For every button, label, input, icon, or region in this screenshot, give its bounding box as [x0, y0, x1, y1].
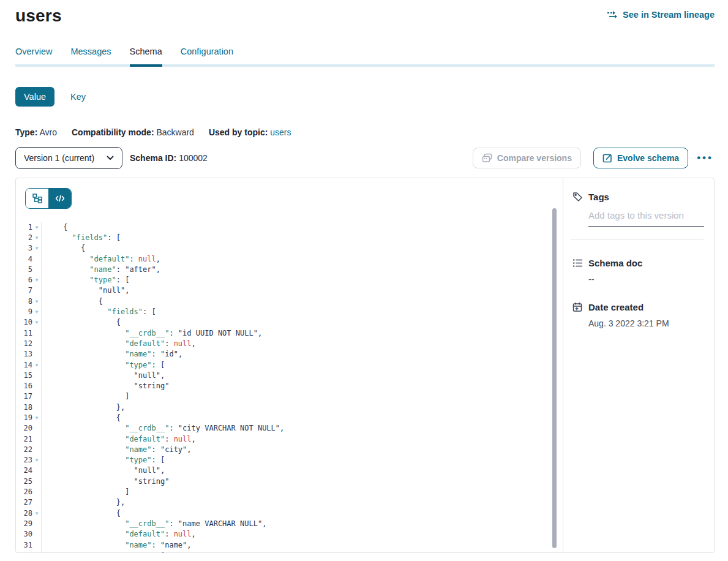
code-line-text: "name": "after",	[42, 265, 160, 274]
fold-arrow-icon[interactable]: ▾	[32, 245, 41, 251]
fold-arrow-icon[interactable]: ▾	[32, 510, 41, 516]
tab-overview[interactable]: Overview	[15, 47, 52, 64]
code-line: 25 "string"	[16, 476, 563, 486]
fold-arrow-icon[interactable]: ▾	[32, 224, 41, 230]
schema-page: users See in Stream lineage Overview Mes…	[0, 0, 728, 561]
code-line: 26 ]	[16, 486, 563, 497]
line-number: 31	[17, 541, 32, 549]
line-gutter: 11	[16, 328, 42, 338]
fold-arrow-icon[interactable]: ▾	[32, 362, 41, 368]
add-tags-input[interactable]	[588, 210, 704, 227]
tab-configuration[interactable]: Configuration	[181, 47, 233, 64]
date-created-value: Aug. 3 2022 3:21 PM	[588, 318, 704, 328]
line-gutter: 19▾	[16, 412, 42, 423]
code-line: 24 "null",	[16, 465, 563, 476]
code-line-text: {	[42, 509, 121, 518]
code-line: 29 "__crdb__": "name VARCHAR NULL",	[16, 518, 563, 529]
code-line: 30 "default": null,	[16, 529, 563, 540]
line-number: 1	[17, 223, 32, 232]
code-view-button[interactable]	[48, 189, 71, 208]
code-line-text: "fields": [	[42, 233, 121, 242]
tree-view-icon	[32, 194, 42, 203]
schema-id-label: Schema ID:	[130, 153, 176, 163]
schema-meta-row: Type: Avro Compatibility mode: Backward …	[15, 127, 715, 137]
line-gutter: 28▾	[16, 508, 42, 518]
line-number: 9	[17, 307, 32, 316]
code-line: 31 "name": "name",	[16, 540, 563, 550]
code-line: 12 "default": null,	[16, 338, 563, 348]
code-line-text: "__crdb__": "city VARCHAR NOT NULL",	[42, 424, 284, 432]
code-line: 14▾ "type": [	[16, 360, 563, 370]
line-gutter: 24	[16, 465, 42, 476]
fold-arrow-icon[interactable]: ▾	[32, 235, 41, 241]
line-gutter: 22	[16, 444, 42, 454]
evolve-schema-button[interactable]: Evolve schema	[593, 148, 688, 168]
line-number: 29	[17, 519, 32, 528]
editor-scrollbar[interactable]	[552, 208, 557, 548]
line-number: 15	[17, 371, 32, 380]
value-toggle-button[interactable]: Value	[15, 87, 54, 107]
tab-schema[interactable]: Schema	[130, 47, 162, 64]
code-line: 8▾ {	[16, 296, 563, 306]
compatibility-mode: Compatibility mode: Backward	[72, 127, 194, 137]
sidebar-divider	[571, 239, 704, 240]
line-gutter: 9▾	[16, 306, 42, 317]
line-number: 25	[17, 477, 32, 486]
line-number: 26	[17, 488, 32, 496]
line-number: 4	[17, 255, 32, 263]
stream-lineage-link[interactable]: See in Stream lineage	[607, 10, 715, 20]
value-key-toggle: Value Key	[15, 87, 715, 107]
code-line-text: "type": [	[42, 551, 165, 552]
stream-lineage-icon	[607, 10, 618, 19]
code-line: 22 "name": "city",	[16, 444, 563, 454]
fold-arrow-icon[interactable]: ▾	[32, 277, 41, 283]
code-line-text: "__crdb__": "id UUID NOT NULL",	[42, 329, 262, 337]
fold-arrow-icon[interactable]: ▾	[32, 457, 41, 463]
code-view-icon	[55, 194, 65, 203]
line-number: 17	[17, 392, 32, 401]
code-line: 23▾ "type": [	[16, 455, 563, 465]
code-line-text: "default": null,	[42, 435, 196, 443]
code-line-text: "name": "city",	[42, 445, 192, 454]
version-select[interactable]: Version 1 (current)	[15, 147, 122, 169]
code-line-text: "string"	[42, 382, 169, 390]
line-gutter: 18	[16, 402, 42, 412]
compare-versions-button[interactable]: Compare versions	[473, 148, 581, 168]
fold-arrow-icon[interactable]: ▾	[32, 298, 41, 304]
code-line-text: },	[42, 403, 125, 412]
edit-icon	[602, 153, 612, 163]
code-editor-content[interactable]: 1▾{2▾ "fields": [3▾ {4 "default": null,5…	[16, 222, 563, 552]
tab-messages[interactable]: Messages	[70, 47, 111, 64]
tree-view-button[interactable]	[26, 189, 48, 208]
line-number: 16	[17, 382, 32, 390]
line-gutter: 4	[16, 254, 42, 264]
line-number: 30	[17, 530, 32, 538]
code-line: 13 "name": "id",	[16, 349, 563, 360]
line-number: 22	[17, 445, 32, 454]
tag-icon	[572, 192, 583, 202]
more-options-button[interactable]: •••	[696, 149, 715, 167]
code-line-text: "string"	[42, 477, 169, 486]
line-gutter: 17	[16, 391, 42, 402]
schema-doc-heading: Schema doc	[572, 258, 704, 268]
tags-heading: Tags	[572, 192, 704, 202]
fold-arrow-icon[interactable]: ▾	[32, 319, 41, 325]
code-line: 6▾ "type": [	[16, 274, 563, 285]
code-line-text: "fields": [	[42, 307, 156, 316]
fold-arrow-icon[interactable]: ▾	[32, 415, 41, 421]
schema-controls-row: Version 1 (current) Schema ID: 100002 Co…	[15, 147, 715, 169]
line-number: 7	[17, 286, 32, 295]
line-gutter: 5	[16, 264, 42, 274]
fold-arrow-icon[interactable]: ▾	[32, 309, 41, 315]
used-by-topic-link[interactable]: users	[270, 127, 291, 137]
line-gutter: 15	[16, 370, 42, 380]
line-number: 19	[17, 413, 32, 422]
line-gutter: 26	[16, 486, 42, 497]
line-number: 10	[17, 318, 32, 326]
code-line-text: "default": null,	[42, 339, 196, 348]
date-created-heading: Date created	[572, 302, 704, 312]
date-created-heading-label: Date created	[588, 302, 644, 312]
schema-panel: 1▾{2▾ "fields": [3▾ {4 "default": null,5…	[15, 178, 715, 553]
code-line-text: "name": "id",	[42, 350, 182, 358]
key-toggle-button[interactable]: Key	[70, 92, 86, 102]
